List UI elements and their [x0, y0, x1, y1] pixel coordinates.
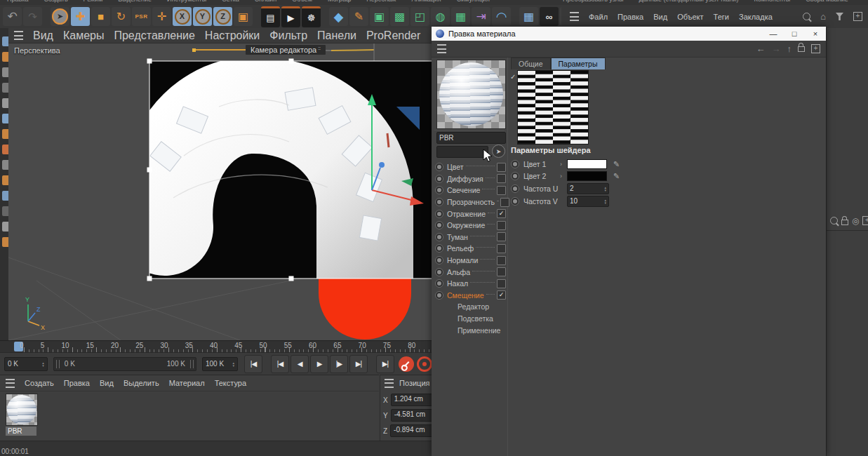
goto-start-button[interactable]: |◀ [244, 355, 262, 373]
app-menu-item[interactable]: Мограф [328, 0, 351, 3]
divider[interactable] [322, 7, 328, 26]
material-channel-row[interactable]: Применение [435, 324, 506, 336]
color1-swatch[interactable] [567, 159, 607, 169]
divider[interactable] [254, 7, 260, 26]
instance-button[interactable]: ◰ [410, 7, 429, 26]
live-selection-tool[interactable]: ➤ [51, 7, 69, 26]
left-tool-fragment[interactable] [2, 191, 8, 201]
x-axis-lock[interactable]: X [173, 7, 192, 26]
psr-tool[interactable]: PSR [132, 7, 151, 26]
material-manager-menu-item[interactable]: Текстура [215, 379, 246, 387]
app-menu-item[interactable]: Персонаж [366, 0, 396, 3]
viewport-menu-item[interactable]: ProRender [366, 29, 420, 42]
y-axis-lock[interactable]: Y [193, 7, 212, 26]
material-channel-row[interactable]: Редактор [435, 301, 506, 313]
minimize-button[interactable]: — [763, 27, 784, 41]
viewport-menu-item[interactable]: Вид [33, 29, 53, 42]
search-icon[interactable] [803, 13, 810, 20]
material-name-input[interactable]: PBR [436, 132, 506, 144]
up-icon[interactable]: ↑ [787, 43, 792, 54]
frame-range-slider[interactable]: 0 K 100 K [53, 357, 196, 371]
close-button[interactable]: × [805, 27, 826, 41]
autokey-button[interactable] [417, 356, 432, 372]
color2-swatch[interactable] [567, 171, 607, 181]
render-view-button[interactable]: ▤ [261, 6, 280, 27]
viewport-menu-item[interactable]: Представление [114, 29, 194, 42]
prev-key-button[interactable]: |◀ [271, 355, 289, 373]
object-manager-menu-item[interactable]: Закладка [739, 13, 773, 21]
app-menu-item[interactable]: Правка [7, 0, 28, 3]
object-manager-menu-item[interactable]: Правка [617, 13, 643, 21]
move-tool[interactable]: ✚ [71, 7, 90, 26]
search-icon[interactable] [830, 217, 838, 224]
app-menu-right-item[interactable]: Сворачивание [806, 0, 848, 3]
z-axis-lock[interactable]: Z [213, 7, 232, 26]
object-manager-menu-item[interactable]: Файл [589, 13, 608, 21]
object-manager-menu-icon[interactable] [570, 12, 579, 21]
generator-button[interactable]: ▩ [390, 7, 409, 26]
material-manager-menu-icon[interactable] [6, 379, 15, 388]
prev-frame-button[interactable]: ◀ [291, 355, 309, 373]
material-channel-row[interactable]: Альфа [435, 266, 506, 278]
render-picture-viewer-button[interactable]: ▶ [281, 6, 300, 27]
material-manager-menu-item[interactable]: Вид [100, 379, 114, 387]
material-manager-menu-item[interactable]: Правка [64, 379, 90, 387]
start-frame-input[interactable]: 0 K▴▾ [4, 357, 48, 371]
eyedropper-icon[interactable]: ✐ [611, 173, 620, 179]
scale-tool[interactable]: ■ [91, 7, 110, 26]
object-manager-menu-item[interactable]: Теги [714, 13, 729, 21]
freq-v-input[interactable]: 10▴▾ [567, 196, 609, 207]
shader-link-button[interactable]: ➤ [492, 145, 505, 158]
app-menu-item[interactable]: Инструменты [167, 0, 206, 3]
expand-icon[interactable]: › [560, 161, 567, 168]
material-manager-menu-item[interactable]: Создать [25, 379, 54, 387]
channel-checkbox[interactable] [497, 163, 506, 172]
home-icon[interactable]: ⌂ [820, 12, 826, 21]
window-titlebar[interactable]: Правка материала — □ × [432, 27, 826, 41]
app-menu-item[interactable]: Объем [292, 0, 312, 3]
material-channel-row[interactable]: Рельеф [435, 243, 506, 255]
left-tool-fragment[interactable] [2, 67, 8, 77]
viewport-menu-item[interactable]: Фильтр [269, 29, 307, 42]
expand-icon[interactable]: › [560, 173, 567, 180]
channel-checkbox[interactable] [497, 244, 506, 253]
left-tool-fragment[interactable] [2, 98, 8, 108]
viewport-menu-icon[interactable] [14, 31, 23, 40]
divider[interactable] [264, 356, 269, 373]
channel-checkbox[interactable] [500, 198, 509, 207]
rotate-tool[interactable]: ↻ [112, 7, 131, 26]
app-menu-right-item[interactable]: Преобразовать узлы [563, 0, 624, 3]
channel-checkbox[interactable] [497, 221, 506, 230]
left-tool-fragment[interactable] [2, 52, 8, 62]
left-tool-fragment[interactable] [2, 206, 8, 216]
material-channel-row[interactable]: Отражение [435, 208, 506, 220]
play-forward-button[interactable]: ▶ [310, 355, 328, 373]
coordinates-menu-icon[interactable] [385, 379, 394, 388]
lock-icon[interactable] [841, 220, 848, 225]
divider[interactable] [369, 356, 375, 373]
camera-button[interactable]: ∞ [540, 7, 559, 26]
maximize-button[interactable]: □ [784, 27, 805, 41]
app-menu-item[interactable]: Выделение [118, 0, 152, 3]
channel-checkbox[interactable] [497, 267, 506, 276]
channel-checkbox[interactable] [497, 174, 506, 183]
eyedropper-icon[interactable]: ✐ [611, 161, 620, 167]
shader-expand-chevron[interactable]: ✓ [510, 73, 516, 81]
floor-button[interactable]: ▦ [519, 7, 538, 26]
next-frame-button[interactable]: |▶ [330, 355, 348, 373]
render-settings-button[interactable]: ☸ [302, 6, 321, 27]
material-editor-menu-icon[interactable] [437, 44, 446, 53]
material-preview[interactable] [436, 60, 505, 128]
record-keyframe-button[interactable] [399, 356, 414, 372]
material-channel-row[interactable]: Смещение [435, 290, 506, 302]
channel-checkbox[interactable] [497, 209, 506, 218]
target-icon[interactable]: ◎ [852, 217, 859, 225]
material-channel-row[interactable]: Прозрачность [435, 196, 506, 208]
app-menu-item[interactable]: Сетка [222, 0, 239, 3]
next-key-button[interactable]: ▶| [349, 355, 368, 373]
mograph-cloner-button[interactable]: ▦ [451, 7, 470, 26]
undo-icon[interactable]: ↶ [3, 7, 22, 26]
material-channel-row[interactable]: Накал [435, 278, 506, 290]
simulation-button[interactable]: ⇥ [472, 7, 490, 26]
add-panel-icon[interactable]: + [853, 12, 862, 21]
